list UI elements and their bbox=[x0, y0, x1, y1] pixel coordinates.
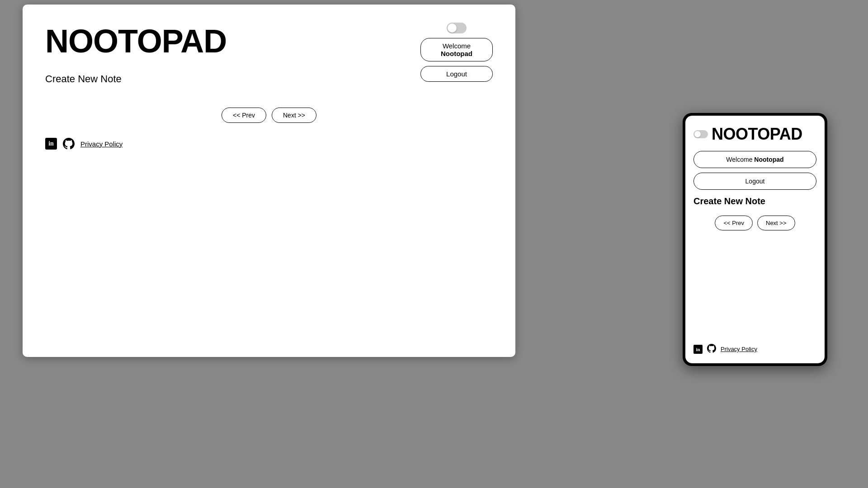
mobile-theme-toggle[interactable] bbox=[693, 130, 708, 138]
desktop-header-right: Welcome Nootopad Logout bbox=[420, 23, 493, 82]
mobile-logout-button[interactable]: Logout bbox=[693, 173, 816, 190]
mobile-logo-text: NOOTOPAD bbox=[712, 125, 802, 144]
mobile-privacy-policy-link[interactable]: Privacy Policy bbox=[721, 346, 757, 352]
mobile-toggle-knob bbox=[694, 131, 701, 137]
welcome-username: Nootopad bbox=[441, 50, 472, 57]
mobile-welcome-button[interactable]: Welcome Nootopad bbox=[693, 151, 816, 168]
linkedin-icon[interactable]: in bbox=[45, 138, 57, 150]
toggle-knob bbox=[448, 23, 457, 33]
mobile-logo: NOOTOPAD bbox=[693, 125, 816, 144]
desktop-pagination: << Prev Next >> bbox=[45, 108, 493, 123]
desktop-content: NOOTOPAD Welcome Nootopad Logout Create … bbox=[23, 5, 515, 168]
mobile-linkedin-icon[interactable]: in bbox=[693, 345, 703, 354]
mobile-github-icon[interactable] bbox=[707, 344, 716, 354]
mobile-device: NOOTOPAD Welcome Nootopad Logout Create … bbox=[683, 113, 827, 366]
theme-toggle[interactable] bbox=[447, 23, 467, 33]
logout-button[interactable]: Logout bbox=[420, 66, 493, 82]
desktop-prev-button[interactable]: << Prev bbox=[222, 108, 266, 123]
mobile-pagination: << Prev Next >> bbox=[693, 216, 816, 230]
mobile-prev-button[interactable]: << Prev bbox=[715, 216, 753, 230]
mobile-welcome-username: Nootopad bbox=[754, 156, 783, 163]
desktop-next-button[interactable]: Next >> bbox=[272, 108, 316, 123]
github-icon[interactable] bbox=[62, 137, 75, 150]
mobile-footer: in Privacy Policy bbox=[693, 344, 757, 354]
desktop-privacy-policy-link[interactable]: Privacy Policy bbox=[80, 140, 123, 148]
welcome-button[interactable]: Welcome Nootopad bbox=[420, 38, 493, 61]
mobile-screen: NOOTOPAD Welcome Nootopad Logout Create … bbox=[685, 116, 825, 363]
mobile-section-title: Create New Note bbox=[693, 196, 816, 206]
desktop-footer: in Privacy Policy bbox=[45, 128, 123, 150]
mobile-next-button[interactable]: Next >> bbox=[757, 216, 795, 230]
desktop-window: NOOTOPAD Welcome Nootopad Logout Create … bbox=[23, 5, 515, 357]
